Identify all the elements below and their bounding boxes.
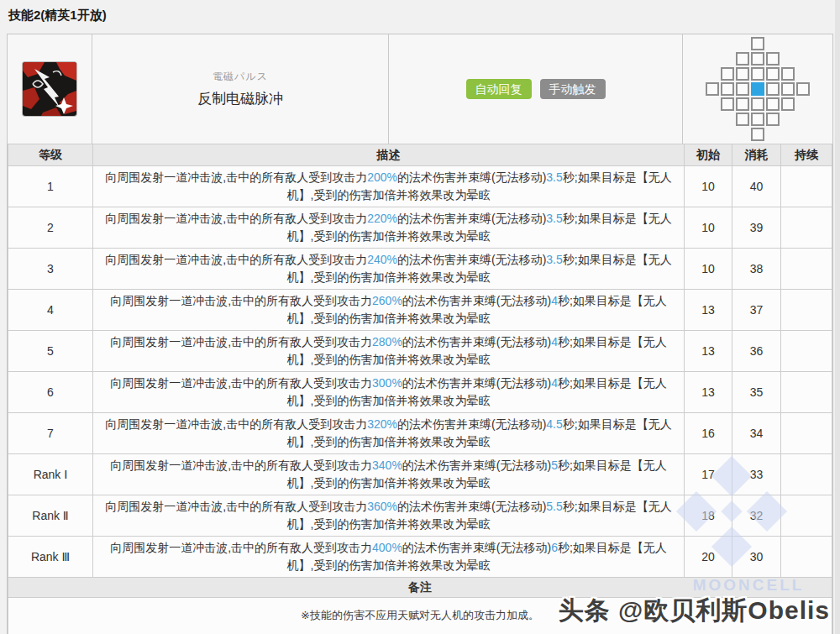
skill-name-cell: 電磁パルス 反制电磁脉冲 [92, 34, 389, 144]
level-cell: Rank Ⅱ [8, 495, 93, 537]
skill-name-jp: 電磁パルス [213, 70, 268, 84]
skill-icon [23, 62, 76, 116]
col-header-cost: 消耗 [732, 144, 781, 166]
level-cell: 2 [8, 207, 93, 249]
col-header-description: 描述 [93, 144, 685, 166]
trigger-type-tag: 手动触发 [540, 79, 606, 100]
range-cell [781, 82, 795, 96]
desc-text: 的法术伤害并束缚(无法移动) [397, 253, 546, 266]
range-cell [736, 82, 749, 96]
page-title: 技能2(精英1开放) [8, 8, 107, 24]
description-cell: 向周围发射一道冲击波,击中的所有敌人受到攻击力240%的法术伤害并束缚(无法移动… [93, 249, 685, 290]
range-cell [781, 97, 795, 111]
sp-cost-cell: 33 [732, 454, 781, 495]
atk-percent: 340% [372, 458, 402, 472]
duration-cell [781, 249, 832, 290]
sp-cost-cell: 32 [732, 495, 781, 537]
initial-sp-cell: 10 [685, 207, 732, 249]
duration-cell [781, 372, 832, 413]
col-header-initial: 初始 [685, 144, 732, 166]
desc-text: 向周围发射一道冲击波,击中的所有敌人受到攻击力 [110, 458, 372, 472]
table-row: 5 向周围发射一道冲击波,击中的所有敌人受到攻击力280%的法术伤害并束缚(无法… [8, 331, 832, 372]
range-cell [706, 82, 719, 96]
table-row: 4 向周围发射一道冲击波,击中的所有敌人受到攻击力260%的法术伤害并束缚(无法… [8, 290, 832, 331]
bind-seconds: 5 [551, 458, 558, 472]
sp-cost-cell: 40 [732, 166, 781, 207]
desc-text: 的法术伤害并束缚(无法移动) [402, 335, 551, 348]
bind-seconds: 3.5 [546, 253, 562, 266]
description-cell: 向周围发射一道冲击波,击中的所有敌人受到攻击力220%的法术伤害并束缚(无法移动… [93, 207, 685, 249]
range-cell [751, 52, 764, 65]
desc-text: 的法术伤害并束缚(无法移动) [397, 500, 546, 513]
table-row: 7 向周围发射一道冲击波,击中的所有敌人受到攻击力320%的法术伤害并束缚(无法… [8, 413, 832, 454]
atk-percent: 220% [367, 212, 397, 225]
range-cell [751, 113, 764, 126]
table-row: Rank Ⅱ 向周围发射一道冲击波,击中的所有敌人受到攻击力360%的法术伤害并… [8, 495, 832, 537]
desc-text: 的法术伤害并束缚(无法移动) [402, 376, 551, 390]
description-cell: 向周围发射一道冲击波,击中的所有敌人受到攻击力200%的法术伤害并束缚(无法移动… [93, 166, 685, 207]
skill-icon-cell [8, 34, 92, 144]
initial-sp-cell: 10 [685, 166, 732, 207]
desc-text: 向周围发射一道冲击波,击中的所有敌人受到攻击力 [105, 170, 367, 184]
scrollbar-track[interactable] [835, 0, 840, 634]
level-cell: Rank Ⅲ [8, 537, 93, 578]
duration-cell [781, 413, 832, 454]
description-cell: 向周围发射一道冲击波,击中的所有敌人受到攻击力300%的法术伤害并束缚(无法移动… [93, 372, 685, 413]
range-cell [736, 52, 749, 65]
range-cell [766, 97, 780, 111]
initial-sp-cell: 13 [685, 331, 732, 372]
atk-percent: 260% [372, 294, 402, 307]
range-cell [736, 67, 749, 81]
desc-text: 向周围发射一道冲击波,击中的所有敌人受到攻击力 [110, 335, 372, 348]
skill-tags-cell: 自动回复 手动触发 [389, 34, 683, 144]
desc-text: 的法术伤害并束缚(无法移动) [397, 170, 546, 184]
table-row: 3 向周围发射一道冲击波,击中的所有敌人受到攻击力240%的法术伤害并束缚(无法… [8, 249, 832, 290]
duration-cell [781, 207, 832, 249]
range-cell [721, 82, 734, 96]
atk-percent: 240% [367, 253, 397, 266]
description-cell: 向周围发射一道冲击波,击中的所有敌人受到攻击力400%的法术伤害并束缚(无法移动… [93, 537, 685, 578]
initial-sp-cell: 10 [685, 249, 732, 290]
duration-cell [781, 290, 832, 331]
initial-sp-cell: 17 [685, 454, 732, 495]
atk-percent: 360% [367, 500, 397, 513]
level-cell: Rank Ⅰ [8, 454, 93, 495]
desc-text: 的法术伤害并束缚(无法移动) [397, 417, 546, 431]
skill-level-table: 等级 描述 初始 消耗 持续 1 向周围发射一道冲击波,击中的所有敌人受到攻击力… [8, 144, 832, 634]
level-cell: 5 [8, 331, 93, 372]
range-cell [721, 97, 734, 111]
description-cell: 向周围发射一道冲击波,击中的所有敌人受到攻击力360%的法术伤害并束缚(无法移动… [93, 495, 685, 537]
table-header-row: 等级 描述 初始 消耗 持续 [8, 144, 832, 166]
table-row: Rank Ⅰ 向周围发射一道冲击波,击中的所有敌人受到攻击力340%的法术伤害并… [8, 454, 832, 495]
table-row: Rank Ⅲ 向周围发射一道冲击波,击中的所有敌人受到攻击力400%的法术伤害并… [8, 537, 832, 578]
sp-cost-cell: 30 [732, 537, 781, 578]
sp-cost-cell: 39 [732, 207, 781, 249]
range-cell [751, 67, 764, 81]
initial-sp-cell: 16 [685, 413, 732, 454]
col-header-duration: 持续 [781, 144, 832, 166]
byline-watermark: 头条 @欧贝利斯Obelis [559, 594, 830, 628]
skill-range-cell [683, 34, 832, 144]
desc-text: 的法术伤害并束缚(无法移动) [402, 541, 551, 554]
atk-percent: 280% [372, 335, 402, 348]
range-cell [721, 67, 734, 81]
initial-sp-cell: 13 [685, 372, 732, 413]
sp-cost-cell: 35 [732, 372, 781, 413]
atk-percent: 300% [372, 376, 402, 390]
bind-seconds: 4 [551, 376, 558, 390]
wiki-skill-page: 技能2(精英1开放) [0, 0, 840, 634]
duration-cell [781, 495, 832, 537]
table-row: 2 向周围发射一道冲击波,击中的所有敌人受到攻击力220%的法术伤害并束缚(无法… [8, 207, 832, 249]
level-cell: 1 [8, 166, 93, 207]
level-cell: 4 [8, 290, 93, 331]
desc-text: 向周围发射一道冲击波,击中的所有敌人受到攻击力 [105, 500, 367, 513]
level-cell: 6 [8, 372, 93, 413]
range-cell [751, 37, 764, 50]
skill-card: 電磁パルス 反制电磁脉冲 自动回复 手动触发 等级 描述 初始 消耗 持续 [7, 34, 833, 634]
desc-text: 的法术伤害并束缚(无法移动) [402, 294, 551, 307]
desc-text: 向周围发射一道冲击波,击中的所有敌人受到攻击力 [110, 376, 372, 390]
sp-cost-cell: 37 [732, 290, 781, 331]
bind-seconds: 5.5 [546, 500, 562, 513]
duration-cell [781, 537, 832, 578]
desc-text: 向周围发射一道冲击波,击中的所有敌人受到攻击力 [110, 541, 372, 554]
